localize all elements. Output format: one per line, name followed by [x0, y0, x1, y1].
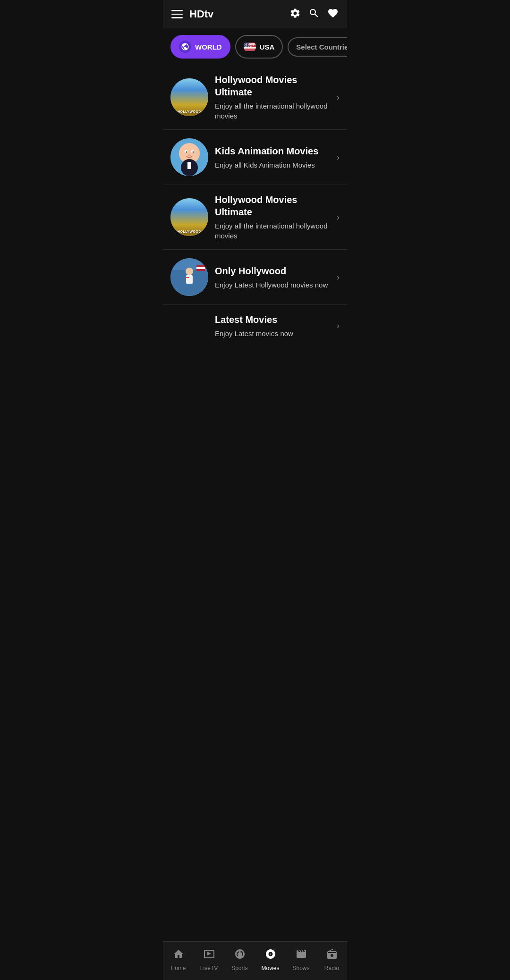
- svg-rect-7: [244, 47, 256, 48]
- list-item[interactable]: Latest Movies Enjoy Latest movies now ›: [163, 305, 347, 347]
- item-title: Latest Movies: [215, 313, 330, 326]
- world-filter-label: WORLD: [195, 43, 222, 51]
- usa-filter-label: USA: [260, 43, 275, 51]
- select-countries-button[interactable]: Select Countries: [288, 37, 347, 57]
- item-title: Kids Animation Movies: [215, 145, 330, 157]
- item-thumbnail: [170, 138, 208, 176]
- item-title: Hollywood Movies Ultimate: [215, 74, 330, 98]
- chevron-right-icon: ›: [337, 212, 340, 222]
- svg-point-26: [193, 152, 194, 153]
- svg-rect-8: [244, 48, 256, 48]
- item-title: Only Hollywood: [215, 265, 330, 277]
- svg-rect-31: [186, 275, 193, 284]
- item-description: Enjoy all the international hollywood mo…: [215, 221, 330, 241]
- list-item[interactable]: Only Hollywood Enjoy Latest Hollywood mo…: [163, 250, 347, 305]
- svg-point-30: [186, 268, 193, 275]
- world-filter-button[interactable]: WORLD: [170, 35, 230, 59]
- chevron-right-icon: ›: [337, 272, 340, 282]
- svg-rect-11: [244, 50, 256, 50]
- item-description: Enjoy all the international hollywood mo…: [215, 101, 330, 121]
- chevron-right-icon: ›: [337, 93, 340, 102]
- chevron-right-icon: ›: [337, 321, 340, 331]
- item-thumbnail: [170, 258, 208, 296]
- svg-rect-12: [244, 51, 256, 51]
- item-content: Kids Animation Movies Enjoy all Kids Ani…: [215, 145, 330, 170]
- item-description: Enjoy all Kids Animation Movies: [215, 160, 330, 170]
- list-item[interactable]: HOLLYWOOD Hollywood Movies Ultimate Enjo…: [163, 65, 347, 130]
- svg-point-25: [186, 152, 187, 153]
- item-content: Only Hollywood Enjoy Latest Hollywood mo…: [215, 265, 330, 290]
- header-right: [289, 8, 339, 21]
- svg-text:★ ★ ★ ★ ★: ★ ★ ★ ★ ★: [244, 45, 253, 47]
- menu-button[interactable]: [171, 10, 183, 18]
- item-title: Hollywood Movies Ultimate: [215, 194, 330, 218]
- list-item[interactable]: HOLLYWOOD Hollywood Movies Ultimate Enjo…: [163, 185, 347, 250]
- item-description: Enjoy Latest movies now: [215, 329, 330, 338]
- item-content: Hollywood Movies Ultimate Enjoy all the …: [215, 74, 330, 121]
- item-thumbnail: HOLLYWOOD: [170, 198, 208, 236]
- filter-bar: WORLD ★ ★ ★ ★ ★ ★ ★ ★ ★ ★: [163, 28, 347, 65]
- chevron-right-icon: ›: [337, 152, 340, 162]
- svg-point-27: [188, 154, 191, 156]
- svg-rect-10: [244, 49, 256, 50]
- usa-flag-icon: ★ ★ ★ ★ ★ ★ ★ ★ ★ ★ ★ ★ ★ ★ ★ ★ ★ ★ ★ ★ …: [244, 41, 256, 53]
- search-icon[interactable]: [308, 8, 320, 21]
- item-description: Enjoy Latest Hollywood movies now: [215, 280, 330, 290]
- header: HDtv: [163, 0, 347, 28]
- header-left: HDtv: [171, 8, 213, 20]
- item-content: Latest Movies Enjoy Latest movies now: [215, 313, 330, 338]
- svg-rect-36: [196, 269, 205, 271]
- svg-rect-35: [196, 267, 205, 269]
- item-thumbnail: HOLLYWOOD: [170, 78, 208, 116]
- app-title: HDtv: [189, 8, 213, 20]
- svg-rect-22: [187, 162, 191, 169]
- world-icon: [179, 41, 191, 53]
- usa-filter-button[interactable]: ★ ★ ★ ★ ★ ★ ★ ★ ★ ★ ★ ★ ★ ★ ★ ★ ★ ★ ★ ★ …: [235, 35, 283, 59]
- list-item[interactable]: Kids Animation Movies Enjoy all Kids Ani…: [163, 130, 347, 185]
- content-list: HOLLYWOOD Hollywood Movies Ultimate Enjo…: [163, 65, 347, 347]
- settings-icon[interactable]: [289, 8, 301, 21]
- svg-rect-34: [196, 265, 205, 267]
- svg-rect-32: [186, 277, 189, 278]
- item-content: Hollywood Movies Ultimate Enjoy all the …: [215, 194, 330, 241]
- favorites-icon[interactable]: [327, 8, 339, 21]
- select-countries-label: Select Countries: [296, 43, 347, 51]
- svg-rect-9: [244, 48, 256, 49]
